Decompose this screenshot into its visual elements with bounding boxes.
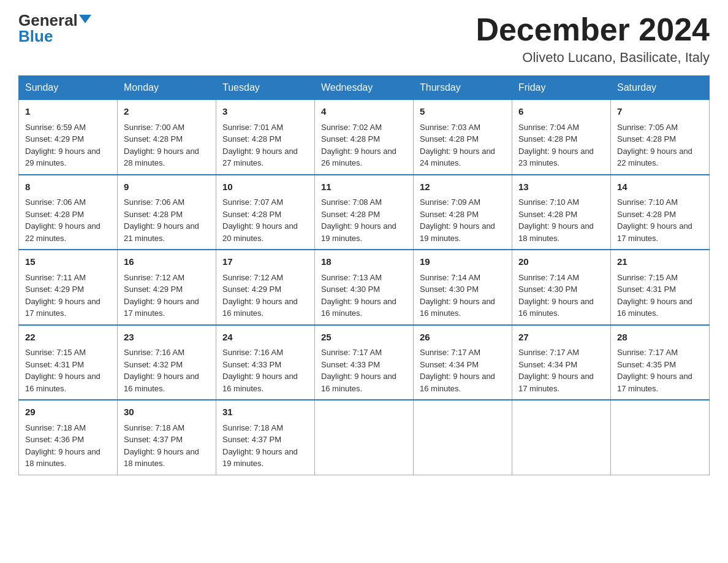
week-row-5: 29 Sunrise: 7:18 AMSunset: 4:36 PMDaylig…: [19, 400, 710, 475]
day-info: Sunrise: 7:00 AMSunset: 4:28 PMDaylight:…: [124, 123, 199, 168]
calendar-cell: 14 Sunrise: 7:10 AMSunset: 4:28 PMDaylig…: [611, 175, 710, 250]
calendar-cell: 11 Sunrise: 7:08 AMSunset: 4:28 PMDaylig…: [315, 175, 414, 250]
calendar-cell: 17 Sunrise: 7:12 AMSunset: 4:29 PMDaylig…: [216, 250, 315, 325]
calendar-cell: 12 Sunrise: 7:09 AMSunset: 4:28 PMDaylig…: [414, 175, 512, 250]
location-subtitle: Oliveto Lucano, Basilicate, Italy: [476, 50, 710, 66]
calendar-cell: 6 Sunrise: 7:04 AMSunset: 4:28 PMDayligh…: [512, 100, 611, 175]
weekday-header-sunday: Sunday: [19, 76, 118, 100]
week-row-2: 8 Sunrise: 7:06 AMSunset: 4:28 PMDayligh…: [19, 175, 710, 250]
day-number: 6: [518, 105, 604, 119]
calendar-cell: 9 Sunrise: 7:06 AMSunset: 4:28 PMDayligh…: [118, 175, 216, 250]
day-info: Sunrise: 7:12 AMSunset: 4:29 PMDaylight:…: [124, 273, 199, 318]
day-info: Sunrise: 7:16 AMSunset: 4:32 PMDaylight:…: [124, 348, 199, 393]
day-number: 17: [222, 255, 308, 269]
day-info: Sunrise: 7:11 AMSunset: 4:29 PMDaylight:…: [25, 273, 100, 318]
day-number: 12: [420, 180, 506, 194]
calendar-cell: 31 Sunrise: 7:18 AMSunset: 4:37 PMDaylig…: [216, 400, 315, 475]
day-number: 15: [25, 255, 111, 269]
logo-blue-text: Blue: [18, 28, 53, 44]
day-info: Sunrise: 7:17 AMSunset: 4:34 PMDaylight:…: [420, 348, 495, 393]
day-number: 28: [617, 331, 703, 345]
day-info: Sunrise: 7:14 AMSunset: 4:30 PMDaylight:…: [420, 273, 495, 318]
calendar-cell: 5 Sunrise: 7:03 AMSunset: 4:28 PMDayligh…: [414, 100, 512, 175]
day-info: Sunrise: 7:01 AMSunset: 4:28 PMDaylight:…: [222, 123, 298, 168]
day-number: 21: [617, 255, 703, 269]
calendar-cell: [512, 400, 611, 475]
day-number: 5: [420, 105, 506, 119]
calendar-cell: 30 Sunrise: 7:18 AMSunset: 4:37 PMDaylig…: [118, 400, 216, 475]
calendar-cell: [315, 400, 414, 475]
day-number: 3: [222, 105, 308, 119]
calendar-cell: 25 Sunrise: 7:17 AMSunset: 4:33 PMDaylig…: [315, 325, 414, 400]
day-number: 20: [518, 255, 604, 269]
calendar-cell: 8 Sunrise: 7:06 AMSunset: 4:28 PMDayligh…: [19, 175, 118, 250]
day-number: 9: [124, 180, 210, 194]
logo: General Blue: [18, 12, 91, 44]
calendar-cell: 18 Sunrise: 7:13 AMSunset: 4:30 PMDaylig…: [315, 250, 414, 325]
calendar-cell: 4 Sunrise: 7:02 AMSunset: 4:28 PMDayligh…: [315, 100, 414, 175]
day-info: Sunrise: 7:15 AMSunset: 4:31 PMDaylight:…: [25, 348, 100, 393]
day-info: Sunrise: 7:14 AMSunset: 4:30 PMDaylight:…: [518, 273, 594, 318]
day-number: 25: [321, 331, 407, 345]
day-number: 24: [222, 331, 308, 345]
day-number: 8: [25, 180, 111, 194]
weekday-header-thursday: Thursday: [414, 76, 512, 100]
week-row-3: 15 Sunrise: 7:11 AMSunset: 4:29 PMDaylig…: [19, 250, 710, 325]
day-number: 29: [25, 405, 111, 419]
month-title: December 2024: [476, 12, 710, 47]
calendar-cell: 15 Sunrise: 7:11 AMSunset: 4:29 PMDaylig…: [19, 250, 118, 325]
day-number: 2: [124, 105, 210, 119]
weekday-header-monday: Monday: [118, 76, 216, 100]
calendar-cell: [414, 400, 512, 475]
day-info: Sunrise: 7:05 AMSunset: 4:28 PMDaylight:…: [617, 123, 692, 168]
week-row-4: 22 Sunrise: 7:15 AMSunset: 4:31 PMDaylig…: [19, 325, 710, 400]
day-info: Sunrise: 7:16 AMSunset: 4:33 PMDaylight:…: [222, 348, 298, 393]
calendar-cell: 23 Sunrise: 7:16 AMSunset: 4:32 PMDaylig…: [118, 325, 216, 400]
day-info: Sunrise: 7:06 AMSunset: 4:28 PMDaylight:…: [25, 197, 100, 243]
day-number: 7: [617, 105, 703, 119]
day-info: Sunrise: 7:12 AMSunset: 4:29 PMDaylight:…: [222, 273, 298, 318]
day-number: 19: [420, 255, 506, 269]
day-number: 30: [124, 405, 210, 419]
day-info: Sunrise: 7:18 AMSunset: 4:36 PMDaylight:…: [25, 423, 100, 469]
calendar-cell: 20 Sunrise: 7:14 AMSunset: 4:30 PMDaylig…: [512, 250, 611, 325]
day-info: Sunrise: 7:17 AMSunset: 4:33 PMDaylight:…: [321, 348, 396, 393]
day-number: 27: [518, 331, 604, 345]
day-info: Sunrise: 7:15 AMSunset: 4:31 PMDaylight:…: [617, 273, 692, 318]
day-number: 16: [124, 255, 210, 269]
calendar-table: SundayMondayTuesdayWednesdayThursdayFrid…: [18, 75, 710, 475]
calendar-cell: 10 Sunrise: 7:07 AMSunset: 4:28 PMDaylig…: [216, 175, 315, 250]
calendar-cell: 28 Sunrise: 7:17 AMSunset: 4:35 PMDaylig…: [611, 325, 710, 400]
day-number: 22: [25, 331, 111, 345]
calendar-cell: 19 Sunrise: 7:14 AMSunset: 4:30 PMDaylig…: [414, 250, 512, 325]
calendar-cell: 27 Sunrise: 7:17 AMSunset: 4:34 PMDaylig…: [512, 325, 611, 400]
day-info: Sunrise: 6:59 AMSunset: 4:29 PMDaylight:…: [25, 123, 100, 168]
weekday-header-saturday: Saturday: [611, 76, 710, 100]
calendar-cell: 24 Sunrise: 7:16 AMSunset: 4:33 PMDaylig…: [216, 325, 315, 400]
calendar-cell: 26 Sunrise: 7:17 AMSunset: 4:34 PMDaylig…: [414, 325, 512, 400]
calendar-cell: 16 Sunrise: 7:12 AMSunset: 4:29 PMDaylig…: [118, 250, 216, 325]
day-info: Sunrise: 7:07 AMSunset: 4:28 PMDaylight:…: [222, 197, 298, 243]
day-info: Sunrise: 7:17 AMSunset: 4:34 PMDaylight:…: [518, 348, 594, 393]
logo-triangle-icon: [79, 15, 91, 23]
day-number: 31: [222, 405, 308, 419]
day-number: 26: [420, 331, 506, 345]
calendar-cell: 22 Sunrise: 7:15 AMSunset: 4:31 PMDaylig…: [19, 325, 118, 400]
day-number: 23: [124, 331, 210, 345]
day-number: 4: [321, 105, 407, 119]
day-number: 11: [321, 180, 407, 194]
day-number: 18: [321, 255, 407, 269]
week-row-1: 1 Sunrise: 6:59 AMSunset: 4:29 PMDayligh…: [19, 100, 710, 175]
day-info: Sunrise: 7:04 AMSunset: 4:28 PMDaylight:…: [518, 123, 594, 168]
day-info: Sunrise: 7:13 AMSunset: 4:30 PMDaylight:…: [321, 273, 396, 318]
day-info: Sunrise: 7:10 AMSunset: 4:28 PMDaylight:…: [617, 197, 692, 243]
day-info: Sunrise: 7:09 AMSunset: 4:28 PMDaylight:…: [420, 197, 495, 243]
day-info: Sunrise: 7:03 AMSunset: 4:28 PMDaylight:…: [420, 123, 495, 168]
day-info: Sunrise: 7:06 AMSunset: 4:28 PMDaylight:…: [124, 197, 199, 243]
day-info: Sunrise: 7:08 AMSunset: 4:28 PMDaylight:…: [321, 197, 396, 243]
weekday-header-wednesday: Wednesday: [315, 76, 414, 100]
day-info: Sunrise: 7:10 AMSunset: 4:28 PMDaylight:…: [518, 197, 594, 243]
day-number: 13: [518, 180, 604, 194]
calendar-cell: 13 Sunrise: 7:10 AMSunset: 4:28 PMDaylig…: [512, 175, 611, 250]
page-header: General Blue December 2024 Oliveto Lucan…: [18, 12, 710, 66]
